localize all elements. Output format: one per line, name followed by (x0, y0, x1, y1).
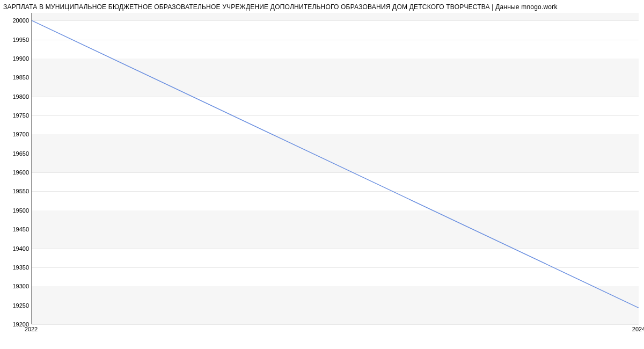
series-line (32, 20, 639, 308)
y-tick-label: 19850 (3, 74, 29, 81)
y-tick-label: 19550 (3, 188, 29, 194)
y-tick-label: 19750 (3, 112, 29, 119)
data-line (32, 13, 639, 324)
y-tick-label: 19450 (3, 226, 29, 232)
x-tick-label: 2022 (25, 326, 38, 332)
chart-container: ЗАРПЛАТА В МУНИЦИПАЛЬНОЕ БЮДЖЕТНОЕ ОБРАЗ… (0, 0, 644, 349)
chart-title: ЗАРПЛАТА В МУНИЦИПАЛЬНОЕ БЮДЖЕТНОЕ ОБРАЗ… (0, 3, 644, 11)
y-tick-label: 20000 (3, 17, 29, 24)
y-tick-label: 19700 (3, 131, 29, 137)
y-tick-label: 19800 (3, 93, 29, 100)
y-tick-label: 19350 (3, 264, 29, 271)
y-tick-label: 19300 (3, 283, 29, 289)
grid-line (32, 324, 639, 325)
y-tick-label: 19250 (3, 302, 29, 309)
y-tick-label: 19900 (3, 55, 29, 62)
y-tick-label: 19400 (3, 245, 29, 252)
y-tick-label: 19600 (3, 169, 29, 176)
y-tick-label: 19950 (3, 37, 29, 43)
x-tick-label: 2024 (632, 326, 644, 332)
y-tick-label: 19500 (3, 207, 29, 214)
plot-area (31, 13, 639, 324)
y-tick-label: 19650 (3, 150, 29, 157)
